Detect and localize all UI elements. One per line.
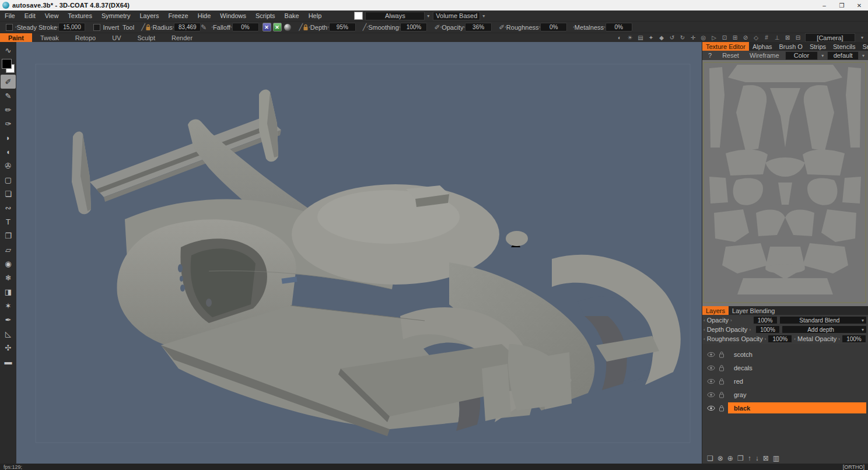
depth-opacity-value[interactable]: 100%: [755, 325, 780, 334]
wireframe-button[interactable]: Wireframe: [745, 52, 784, 59]
menu-view[interactable]: View: [40, 10, 64, 21]
zoom-icon[interactable]: ◎: [700, 34, 707, 41]
layer-row-scotch[interactable]: scotch: [702, 348, 868, 361]
eraser-tool[interactable]: ▱: [1, 243, 16, 257]
always-dropdown[interactable]: Always: [365, 12, 425, 20]
frame-pen-icon[interactable]: ⊞: [732, 34, 738, 41]
smoothing-label[interactable]: Smoothing: [368, 24, 399, 31]
blend-mode-dropdown[interactable]: Standard Blend▾: [779, 316, 867, 324]
roughness-label[interactable]: Roughness: [506, 24, 539, 31]
opacity-param-value[interactable]: 100%: [753, 316, 778, 324]
airbrush-tool[interactable]: ✏: [1, 103, 16, 117]
tab-tweak[interactable]: Tweak: [32, 33, 67, 42]
tab-smart-materials[interactable]: Smart M: [859, 42, 868, 51]
cube-icon[interactable]: ◇: [752, 34, 760, 41]
rotate-view-icon[interactable]: ↻: [679, 34, 686, 41]
droplet-icon[interactable]: ◆: [658, 34, 665, 41]
brush-tool[interactable]: ✐: [1, 75, 16, 89]
opacity-param-label[interactable]: Opacity: [707, 317, 729, 324]
layer-row-red[interactable]: red: [702, 374, 868, 388]
depth-opacity-label[interactable]: Depth Opacity: [707, 326, 748, 333]
background-icon[interactable]: ▤: [637, 34, 644, 41]
roughness-opacity-value[interactable]: 100%: [768, 335, 792, 343]
menu-hide[interactable]: Hide: [193, 10, 216, 21]
grid-icon[interactable]: #: [763, 34, 770, 41]
minimize-button[interactable]: –: [816, 0, 833, 10]
restore-button[interactable]: ❐: [833, 0, 850, 10]
metalness-label[interactable]: Metalness: [575, 24, 604, 31]
new-layer-icon[interactable]: ❏: [707, 454, 713, 462]
roughness-value[interactable]: 0%: [540, 23, 567, 31]
layer-row-decals[interactable]: decals: [702, 361, 868, 374]
falloff-value[interactable]: 0%: [232, 23, 259, 31]
menu-freeze[interactable]: Freeze: [163, 10, 192, 21]
move-layer-down-icon[interactable]: ↓: [755, 454, 759, 462]
freeze-tool[interactable]: ❄: [1, 271, 16, 285]
disable-icon[interactable]: ⊘: [742, 34, 749, 41]
tab-layers[interactable]: Layers: [702, 306, 729, 315]
move-layer-up-icon[interactable]: ↑: [748, 454, 751, 462]
tab-sculpt[interactable]: Sculpt: [129, 33, 163, 42]
opacity-value[interactable]: 36%: [465, 23, 492, 31]
stamp-tool[interactable]: ✇: [1, 159, 16, 173]
menu-file[interactable]: File: [0, 10, 20, 21]
import-layer-icon[interactable]: ⊕: [727, 454, 733, 462]
lock-icon[interactable]: [145, 24, 151, 31]
depth-lock-icon[interactable]: [303, 24, 309, 31]
radius-value[interactable]: 83,469: [174, 23, 201, 31]
menu-bake[interactable]: Bake: [280, 10, 304, 21]
specular-icon[interactable]: ✦: [648, 34, 654, 41]
axis-icon[interactable]: ⊥: [774, 34, 780, 41]
roughness-brush-icon[interactable]: ✐: [499, 23, 505, 31]
tab-retopo[interactable]: Retopo: [67, 33, 104, 42]
image-place-tool[interactable]: ❐: [1, 229, 16, 243]
foreground-color-swatch[interactable]: [2, 59, 12, 69]
light-icon[interactable]: ☀: [626, 34, 634, 41]
clear-stencil-button[interactable]: ✕: [273, 23, 282, 31]
lock-icon[interactable]: [719, 351, 724, 358]
color-swatches[interactable]: [1, 58, 16, 73]
roughness-opacity-label[interactable]: Roughness Opacity: [707, 335, 763, 342]
menu-layers[interactable]: Layers: [135, 10, 163, 21]
channel-dropdown[interactable]: Color: [785, 51, 818, 60]
clear-layer-icon[interactable]: ⊠: [763, 454, 769, 462]
tab-uv[interactable]: UV: [104, 33, 129, 42]
opacity-label[interactable]: Opacity: [442, 24, 463, 31]
metal-opacity-label[interactable]: Metal Opacity: [797, 335, 836, 342]
help-button[interactable]: ?: [704, 52, 716, 59]
pick-tool[interactable]: ✒: [1, 313, 16, 327]
depth-label[interactable]: Depth: [310, 24, 327, 31]
camera-dropdown[interactable]: [Camera]: [805, 33, 855, 42]
menu-textures[interactable]: Textures: [63, 10, 97, 21]
lock-icon[interactable]: [719, 405, 724, 412]
fill-brush-tool[interactable]: ✑: [1, 117, 16, 131]
mode-dropdown-arrow[interactable]: ▾: [480, 13, 487, 19]
radius-label[interactable]: Radius: [152, 24, 172, 31]
layer-folder-icon[interactable]: ▥: [773, 454, 779, 462]
pen-pressure-icon[interactable]: ╱: [141, 23, 145, 31]
rotate-axis-icon[interactable]: ↺: [668, 34, 676, 41]
copy-tool[interactable]: ❏: [1, 187, 16, 201]
lock-icon[interactable]: [719, 391, 724, 398]
rect-select-tool[interactable]: ▢: [1, 173, 16, 187]
tab-texture-editor[interactable]: Texture Editor: [702, 42, 749, 51]
lock-icon[interactable]: [719, 364, 724, 371]
pan-icon[interactable]: ✛: [690, 34, 696, 41]
contrast-icon[interactable]: ◐: [616, 34, 623, 41]
uv-preview[interactable]: [702, 60, 868, 306]
menu-scripts[interactable]: Scripts: [251, 10, 280, 21]
preset-dropdown[interactable]: default: [827, 51, 859, 60]
depth-value[interactable]: 95%: [329, 23, 356, 31]
tab-stencils[interactable]: Stencils: [830, 42, 859, 51]
duplicate-layer-icon[interactable]: ❐: [737, 454, 744, 462]
visibility-eye-icon[interactable]: [707, 365, 715, 371]
symmetry-tool[interactable]: ✣: [1, 341, 16, 355]
visibility-eye-icon[interactable]: [707, 378, 715, 384]
always-dropdown-arrow[interactable]: ▾: [425, 13, 432, 19]
menu-symmetry[interactable]: Symmetry: [97, 10, 135, 21]
tab-strips[interactable]: Strips: [806, 42, 830, 51]
channel-dropdown-arrow[interactable]: ▾: [819, 53, 826, 58]
brush-curve-icon[interactable]: ✎: [201, 23, 206, 31]
layer-row-gray[interactable]: gray: [702, 388, 868, 401]
visibility-eye-icon[interactable]: [707, 405, 715, 411]
